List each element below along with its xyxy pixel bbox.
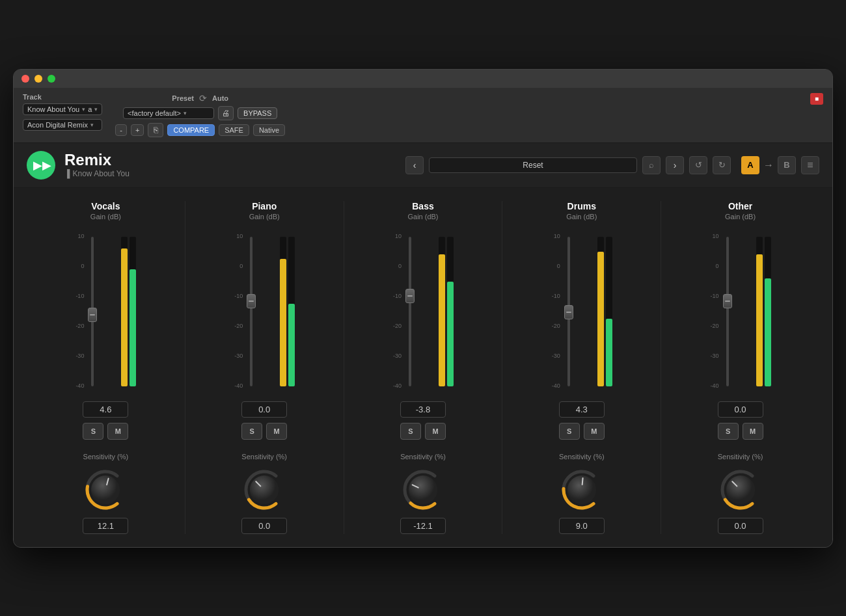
channel-gain-label-vocals: Gain (dB) xyxy=(90,213,121,221)
sensitivity-value-other[interactable]: 0.0 xyxy=(718,518,763,534)
knob-bass[interactable] xyxy=(400,467,446,513)
gain-value-bass[interactable]: -3.8 xyxy=(400,401,446,418)
chevron-down-icon-4: ▾ xyxy=(184,110,187,116)
solo-button-other[interactable]: S xyxy=(718,423,739,440)
mute-button-other[interactable]: M xyxy=(743,423,763,440)
minimize-button[interactable] xyxy=(34,75,42,83)
ab-b-button[interactable]: B xyxy=(778,156,796,174)
mute-button-vocals[interactable]: M xyxy=(107,423,128,440)
record-button[interactable]: ■ xyxy=(810,93,823,105)
scale-mark: -20 xyxy=(546,323,560,329)
scale-mark: -30 xyxy=(387,353,402,359)
track-dropdown[interactable]: Know About You ▾ a ▾ xyxy=(23,103,102,115)
fader-handle-line xyxy=(90,314,95,315)
sensitivity-value-drums[interactable]: 9.0 xyxy=(559,518,605,534)
maximize-button[interactable] xyxy=(48,75,55,83)
arrow-right-icon: → xyxy=(762,159,775,171)
sensitivity-value-vocals[interactable]: 12.1 xyxy=(83,518,128,534)
knob-vocals[interactable] xyxy=(83,467,128,513)
knob-container-piano[interactable] xyxy=(241,467,287,513)
play-button[interactable]: ▶▶ xyxy=(27,151,55,180)
scale-mark: 10 xyxy=(387,234,402,239)
compare-button[interactable]: COMPARE xyxy=(167,124,215,136)
mute-button-piano[interactable]: M xyxy=(266,423,287,440)
fader-handle-line xyxy=(725,301,730,302)
meter-green-piano xyxy=(288,237,295,386)
bypass-button[interactable]: BYPASS xyxy=(238,107,277,119)
knob-container-vocals[interactable] xyxy=(83,467,128,513)
sensitivity-value-bass[interactable]: -12.1 xyxy=(400,518,446,534)
fader-track-other[interactable] xyxy=(723,237,732,386)
scale-mark: -10 xyxy=(228,293,243,299)
meter-fill-yellow-drums xyxy=(597,252,604,386)
close-button[interactable] xyxy=(21,75,29,83)
mute-button-bass[interactable]: M xyxy=(425,423,446,440)
knob-container-other[interactable] xyxy=(718,467,763,513)
fader-handle-drums[interactable] xyxy=(564,305,573,319)
scale-mark: 0 xyxy=(228,263,243,269)
preset-value: <factory default> xyxy=(128,109,181,117)
sensitivity-label-drums: Sensitivity (%) xyxy=(559,453,605,461)
scale-mark: -40 xyxy=(228,383,243,389)
knob-piano[interactable] xyxy=(241,467,287,513)
preset-dropdown[interactable]: <factory default> ▾ xyxy=(123,107,214,119)
gain-value-vocals[interactable]: 4.6 xyxy=(83,401,128,418)
knob-container-drums[interactable] xyxy=(559,467,605,513)
ab-a-button[interactable]: A xyxy=(741,156,759,174)
scale-mark: 0 xyxy=(387,263,402,269)
fader-track-piano[interactable] xyxy=(247,237,256,386)
track-name: Know About You xyxy=(27,105,79,113)
print-button[interactable]: 🖨 xyxy=(218,106,234,120)
meter-yellow-vocals xyxy=(121,237,128,386)
reset-field[interactable]: Reset xyxy=(429,157,637,173)
scale-mark: -40 xyxy=(70,383,84,389)
redo-button[interactable]: ↻ xyxy=(713,156,731,174)
menu-button[interactable]: ≡ xyxy=(801,156,819,174)
nav-controls: ‹ Reset ⌕ › ↺ ↻ A → B ≡ xyxy=(405,156,819,174)
solo-button-bass[interactable]: S xyxy=(400,423,421,440)
gain-value-other[interactable]: 0.0 xyxy=(718,401,763,418)
fader-track-drums[interactable] xyxy=(564,237,573,386)
undo-button[interactable]: ↺ xyxy=(689,156,707,174)
fader-track-vocals[interactable] xyxy=(88,237,97,386)
gain-value-drums[interactable]: 4.3 xyxy=(559,401,605,418)
knob-container-bass[interactable] xyxy=(400,467,446,513)
back-button[interactable]: ‹ xyxy=(405,156,424,174)
fader-handle-bass[interactable] xyxy=(405,289,415,303)
scale-mark: 10 xyxy=(546,234,560,239)
meter-fill-green-bass xyxy=(447,282,454,386)
solo-button-piano[interactable]: S xyxy=(241,423,262,440)
fader-handle-piano[interactable] xyxy=(247,294,256,308)
meter-pair-vocals xyxy=(121,237,136,386)
plugin-track: ▐ Know About You xyxy=(64,169,392,178)
meter-pair-other xyxy=(756,237,771,386)
gain-value-piano[interactable]: 0.0 xyxy=(241,401,287,418)
scale-mark: -20 xyxy=(387,323,402,329)
knob-drums[interactable] xyxy=(559,467,605,513)
scale-mark: 0 xyxy=(705,263,719,269)
solo-button-drums[interactable]: S xyxy=(559,423,580,440)
sensitivity-label-piano: Sensitivity (%) xyxy=(241,453,287,461)
meter-fill-yellow-bass xyxy=(439,254,445,386)
fader-handle-other[interactable] xyxy=(723,294,732,308)
fader-track-bass[interactable] xyxy=(405,237,415,386)
forward-button[interactable]: › xyxy=(666,156,684,174)
search-button[interactable]: ⌕ xyxy=(642,156,661,174)
minus-button[interactable]: - xyxy=(115,124,127,136)
plus-button[interactable]: + xyxy=(131,124,144,136)
fader-handle-line xyxy=(249,301,254,302)
copy-icon[interactable]: ⎘ xyxy=(148,123,163,137)
solo-button-vocals[interactable]: S xyxy=(83,423,103,440)
play-icon: ▶▶ xyxy=(33,158,51,172)
mute-button-drums[interactable]: M xyxy=(584,423,605,440)
safe-button[interactable]: SAFE xyxy=(219,124,249,136)
sensitivity-value-piano[interactable]: 0.0 xyxy=(241,518,287,534)
sensitivity-label-vocals: Sensitivity (%) xyxy=(83,453,129,461)
scale-mark: -10 xyxy=(387,293,402,299)
fader-handle-vocals[interactable] xyxy=(88,308,97,322)
preset-label: Preset xyxy=(172,94,194,102)
fader-area-piano: 100-10-20-30-40 xyxy=(228,227,300,396)
native-button[interactable]: Native xyxy=(253,124,285,136)
track-sub-dropdown[interactable]: Acon Digital Remix ▾ xyxy=(23,119,102,131)
knob-other[interactable] xyxy=(718,467,763,513)
